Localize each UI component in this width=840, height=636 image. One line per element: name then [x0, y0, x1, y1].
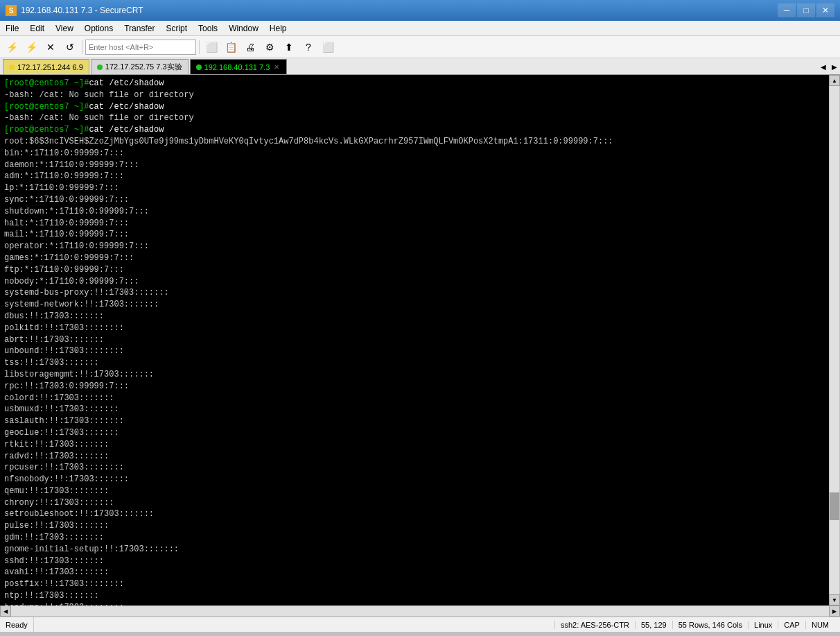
- tab-navigation: ◀ ▶: [818, 59, 840, 74]
- close-button[interactable]: ✕: [816, 3, 834, 17]
- status-position: 55, 129: [635, 621, 672, 629]
- tab-next-button[interactable]: ▶: [829, 59, 840, 74]
- toolbar-settings-icon[interactable]: ⚙: [261, 39, 279, 55]
- terminal-container: [root@centos7 ~]#cat /etc/shadow -bash: …: [0, 75, 840, 605]
- toolbar-reconnect-icon[interactable]: ↺: [61, 39, 79, 55]
- tab-3[interactable]: 192.168.40.131 7.3 ✕: [190, 59, 288, 74]
- menu-edit[interactable]: Edit: [24, 21, 50, 35]
- scroll-thumb[interactable]: [830, 492, 839, 520]
- toolbar-separator-1: [82, 40, 82, 54]
- menu-tools[interactable]: Tools: [193, 21, 223, 35]
- horizontal-scrollbar[interactable]: ◀ ▶: [0, 605, 840, 617]
- tab-3-close[interactable]: ✕: [272, 63, 281, 71]
- menu-file[interactable]: File: [0, 21, 24, 35]
- title-bar-left: S 192.168.40.131 7.3 - SecureCRT: [6, 5, 143, 16]
- toolbar-sftp-icon[interactable]: ⬆: [280, 39, 298, 55]
- menu-help[interactable]: Help: [264, 21, 292, 35]
- scroll-down-button[interactable]: ▼: [829, 594, 840, 605]
- toolbar-connect-icon[interactable]: ⚡: [22, 39, 40, 55]
- minimize-button[interactable]: ─: [778, 3, 796, 17]
- scroll-left-button[interactable]: ◀: [0, 605, 11, 617]
- tab-2[interactable]: 172.17.252.75 7.3实验: [91, 59, 189, 74]
- toolbar-separator-2: [199, 40, 200, 54]
- scroll-right-button[interactable]: ▶: [829, 605, 840, 617]
- menu-script[interactable]: Script: [160, 21, 193, 35]
- menu-window[interactable]: Window: [223, 21, 264, 35]
- terminal-output[interactable]: [root@centos7 ~]#cat /etc/shadow -bash: …: [0, 75, 829, 605]
- toolbar-disconnect-icon[interactable]: ✕: [42, 39, 60, 55]
- window-title: 192.168.40.131 7.3 - SecureCRT: [21, 6, 143, 15]
- tab-prev-button[interactable]: ◀: [818, 59, 829, 74]
- tab-bar: 172.17.251.244 6.9 172.17.252.75 7.3实验 1…: [0, 58, 840, 75]
- status-bar: Ready ssh2: AES-256-CTR 55, 129 55 Rows,…: [0, 617, 840, 632]
- app-icon: S: [6, 5, 17, 16]
- menu-transfer[interactable]: Transfer: [119, 21, 160, 35]
- toolbar-warning-icon[interactable]: ⚡: [3, 39, 21, 55]
- tab-2-indicator: [97, 65, 103, 70]
- title-bar: S 192.168.40.131 7.3 - SecureCRT ─ □ ✕: [0, 0, 840, 21]
- host-input[interactable]: [85, 40, 196, 55]
- window-controls: ─ □ ✕: [778, 3, 834, 17]
- tab-3-indicator: [196, 65, 202, 70]
- status-num-lock: NUM: [805, 621, 834, 629]
- menu-view[interactable]: View: [50, 21, 79, 35]
- toolbar-extra-icon[interactable]: ⬜: [319, 39, 337, 55]
- status-encryption: ssh2: AES-256-CTR: [554, 621, 635, 629]
- status-dimensions: 55 Rows, 146 Cols: [672, 621, 748, 629]
- maximize-button[interactable]: □: [797, 3, 815, 17]
- toolbar: ⚡ ⚡ ✕ ↺ ⬜ 📋 🖨 ⚙ ⬆ ? ⬜: [0, 36, 840, 58]
- vertical-scrollbar[interactable]: ▲ ▼: [829, 75, 840, 605]
- tab-3-label: 192.168.40.131 7.3: [204, 63, 270, 71]
- status-caps-lock: CAP: [778, 621, 805, 629]
- status-ready: Ready: [6, 617, 34, 632]
- tab-1-label: 172.17.251.244 6.9: [17, 63, 83, 71]
- scroll-h-track[interactable]: [11, 606, 829, 616]
- tab-1[interactable]: 172.17.251.244 6.9: [3, 59, 89, 74]
- toolbar-copy-icon[interactable]: ⬜: [202, 39, 220, 55]
- tab-1-indicator: [9, 65, 15, 70]
- menu-bar: File Edit View Options Transfer Script T…: [0, 21, 840, 36]
- scroll-track[interactable]: [830, 86, 839, 594]
- status-right: ssh2: AES-256-CTR 55, 129 55 Rows, 146 C…: [554, 621, 834, 629]
- toolbar-paste-icon[interactable]: 📋: [222, 39, 240, 55]
- toolbar-print-icon[interactable]: 🖨: [241, 39, 259, 55]
- tab-2-label: 172.17.252.75 7.3实验: [105, 62, 182, 72]
- toolbar-help-icon[interactable]: ?: [299, 39, 317, 55]
- status-os: Linux: [748, 621, 778, 629]
- menu-options[interactable]: Options: [79, 21, 119, 35]
- scroll-up-button[interactable]: ▲: [829, 75, 840, 86]
